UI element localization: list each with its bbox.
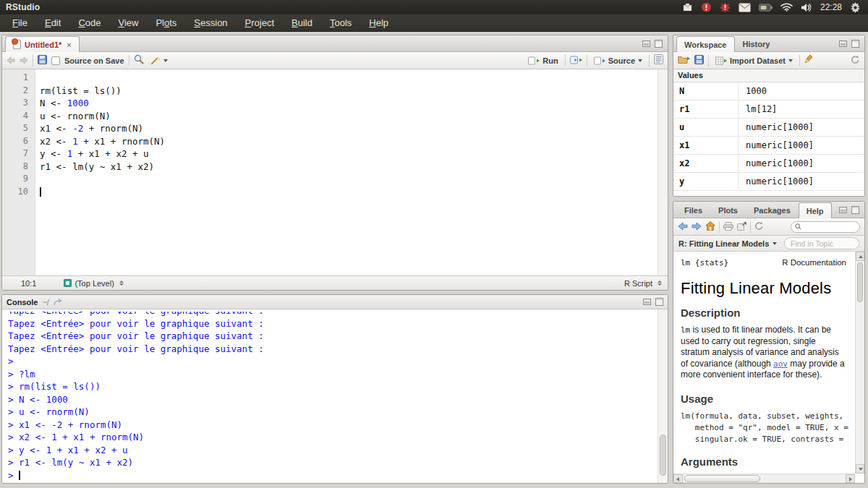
minimize-pane-icon[interactable]	[642, 40, 650, 47]
help-refresh-icon[interactable]	[754, 221, 764, 234]
usage-code: lm(formula, data, subset, weights, metho…	[681, 411, 846, 445]
description-heading: Description	[681, 307, 846, 319]
minimize-pane-icon[interactable]	[839, 207, 847, 213]
scroll-thumb[interactable]	[660, 435, 666, 476]
editor-vscrollbar[interactable]	[658, 69, 668, 275]
scroll-thumb[interactable]	[857, 262, 863, 302]
tab-workspace[interactable]: Workspace	[676, 36, 735, 52]
menu-session[interactable]: Session	[186, 15, 235, 30]
volume-icon[interactable]	[801, 3, 812, 12]
tab-packages[interactable]: Packages	[746, 202, 799, 218]
import-dataset-button[interactable]: Import Dataset	[713, 55, 795, 67]
scroll-up-icon[interactable]	[856, 252, 864, 261]
tab-untitled1[interactable]: Untitled1* ×	[5, 36, 80, 52]
maximize-pane-icon[interactable]	[851, 206, 859, 214]
help-document: lm {stats} R Documentation Fitting Linea…	[673, 252, 864, 483]
help-forward-icon[interactable]	[692, 221, 702, 234]
maximize-pane-icon[interactable]	[655, 40, 663, 48]
value-row[interactable]: ynumeric[1000]	[673, 173, 864, 191]
find-in-topic-box[interactable]	[784, 237, 859, 249]
tab-history[interactable]: History	[735, 36, 778, 51]
mail-icon[interactable]	[739, 3, 751, 12]
maximize-pane-icon[interactable]	[851, 40, 859, 48]
menu-view[interactable]: View	[110, 15, 146, 30]
minimize-pane-icon[interactable]	[643, 299, 651, 305]
variable-value: numeric[1000]	[739, 176, 814, 187]
code-tools-menu[interactable]	[148, 54, 170, 67]
source-on-save-label: Source on Save	[64, 56, 124, 65]
tab-files[interactable]: Files	[676, 202, 710, 218]
forward-icon[interactable]	[20, 54, 28, 67]
home-icon[interactable]	[705, 221, 715, 234]
find-icon[interactable]	[134, 54, 144, 67]
menu-project[interactable]: Project	[237, 15, 282, 30]
console-line: Tapez <Entrée> pour voir le graphique su…	[8, 330, 658, 343]
session-gear-icon[interactable]	[850, 2, 861, 13]
topic-selector[interactable]: R: Fitting Linear Models	[678, 239, 769, 248]
save-workspace-icon[interactable]	[694, 54, 704, 67]
indicator-applet-icon[interactable]	[682, 2, 693, 12]
package-error-icon[interactable]	[720, 2, 731, 12]
console-prompt[interactable]: >	[8, 469, 658, 482]
editor-lines: 12rm(list = ls())3N <- 10004u <- rnorm(N…	[2, 72, 658, 198]
help-hscrollbar[interactable]	[673, 474, 855, 483]
print-icon[interactable]	[723, 221, 733, 234]
help-search-box[interactable]	[791, 221, 860, 233]
update-alert-icon[interactable]	[701, 2, 712, 12]
tab-help[interactable]: Help	[799, 202, 832, 218]
aov-link[interactable]: aov	[773, 359, 788, 369]
console-body[interactable]: Tapez <Entrée> pour voir le graphique su…	[2, 309, 668, 483]
source-on-save-checkbox[interactable]	[51, 56, 60, 65]
workspace-pane: WorkspaceHistory Import Dataset Values N…	[673, 35, 865, 197]
tab-plots[interactable]: Plots	[710, 202, 746, 218]
value-row[interactable]: N1000	[673, 82, 864, 100]
find-in-topic-input[interactable]	[791, 239, 854, 248]
scroll-right-icon[interactable]	[846, 474, 855, 483]
save-icon[interactable]	[38, 54, 47, 67]
close-tab-icon[interactable]: ×	[67, 40, 71, 49]
value-row[interactable]: r1lm[12]	[673, 100, 864, 119]
scope-selector[interactable]: (Top Level)	[64, 279, 123, 288]
console-line: > rm(list = ls())	[8, 380, 658, 393]
value-row[interactable]: x2numeric[1000]	[673, 155, 864, 173]
run-button[interactable]: Run	[526, 55, 560, 67]
load-workspace-icon[interactable]	[678, 54, 690, 67]
menu-plots[interactable]: Plots	[148, 15, 184, 30]
refresh-icon[interactable]	[851, 54, 860, 67]
console-line: Tapez <Entrée> pour voir le graphique su…	[8, 312, 658, 317]
menu-file[interactable]: File	[4, 15, 35, 30]
clear-workspace-icon[interactable]	[804, 54, 814, 67]
separator	[799, 55, 800, 67]
clock[interactable]: 22:28	[820, 2, 842, 12]
goto-directory-icon[interactable]	[54, 296, 63, 309]
menu-build[interactable]: Build	[284, 15, 320, 30]
console-line: Tapez <Entrée> pour voir le graphique su…	[8, 317, 658, 330]
file-type-selector[interactable]: R Script	[624, 279, 662, 288]
separator	[719, 221, 720, 233]
help-vscrollbar[interactable]	[855, 252, 864, 474]
source-button[interactable]: Source	[592, 55, 644, 67]
code-editor[interactable]: 12rm(list = ls())3N <- 10004u <- rnorm(N…	[2, 69, 668, 275]
value-row[interactable]: x1numeric[1000]	[673, 137, 864, 155]
help-back-icon[interactable]	[678, 221, 688, 234]
battery-icon[interactable]	[759, 4, 773, 12]
menu-tools[interactable]: Tools	[322, 15, 359, 30]
menu-code[interactable]: Code	[70, 15, 109, 30]
rerun-icon[interactable]	[570, 54, 582, 67]
variable-name: x2	[673, 155, 739, 172]
working-directory: ~/	[42, 298, 48, 307]
menu-help[interactable]: Help	[361, 15, 396, 30]
scroll-thumb[interactable]	[684, 475, 760, 482]
open-in-window-icon[interactable]	[737, 221, 746, 234]
console-vscrollbar[interactable]	[658, 309, 668, 483]
menu-edit[interactable]: Edit	[37, 15, 69, 30]
scroll-down-icon[interactable]	[856, 464, 864, 474]
maximize-pane-icon[interactable]	[655, 298, 663, 306]
wifi-icon[interactable]	[780, 3, 793, 12]
compile-notebook-icon[interactable]	[654, 54, 663, 67]
minimize-pane-icon[interactable]	[839, 40, 847, 47]
back-icon[interactable]	[7, 54, 15, 67]
scroll-left-icon[interactable]	[673, 474, 683, 483]
help-search-input[interactable]	[804, 223, 854, 231]
value-row[interactable]: unumeric[1000]	[673, 119, 864, 137]
